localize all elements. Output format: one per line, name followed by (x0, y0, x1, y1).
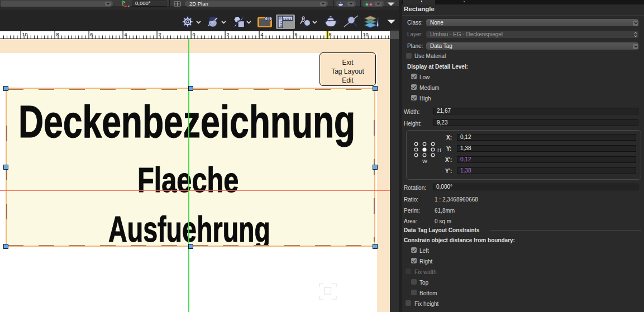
svg-text:2: 2 (227, 32, 230, 37)
svg-text:H: H (437, 147, 441, 153)
svg-text:10: 10 (22, 32, 28, 37)
svg-text:2: 2 (159, 32, 161, 37)
svg-text:6: 6 (295, 32, 298, 37)
svg-text:8: 8 (329, 32, 332, 37)
svg-text:W: W (422, 158, 427, 164)
svg-text:4: 4 (125, 32, 127, 37)
svg-text:10: 10 (363, 32, 369, 37)
svg-text:4: 4 (261, 32, 264, 37)
svg-text:6: 6 (90, 32, 93, 37)
svg-text:x: x (128, 4, 130, 7)
svg-text:0: 0 (193, 32, 195, 37)
svg-text:y: y (123, 0, 125, 3)
svg-text:8: 8 (56, 32, 59, 37)
